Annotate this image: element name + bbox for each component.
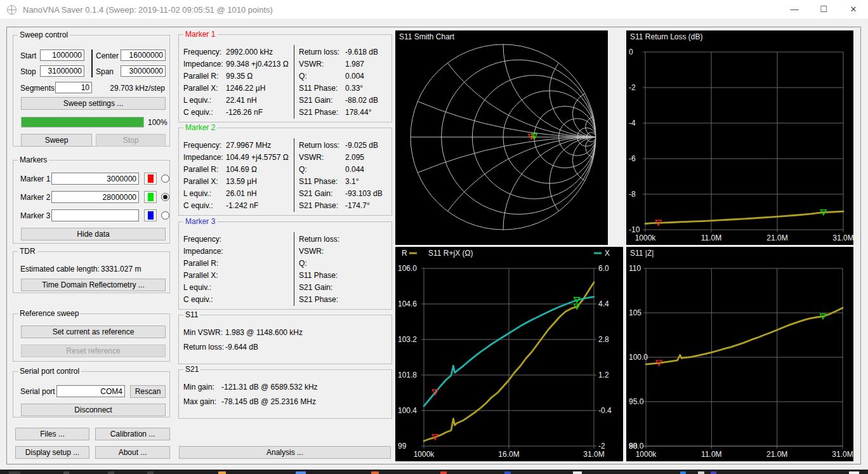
display-setup-button[interactable]: Display setup ... [15,446,89,459]
taskbar-icon[interactable] [9,471,20,474]
calibration-button[interactable]: Calibration ... [95,428,170,440]
marker-1-swatch[interactable] [144,173,157,185]
stop-input[interactable] [40,65,84,77]
taskbar-icon[interactable] [680,471,686,474]
minimize-button[interactable]: — [780,0,809,20]
svg-text:101.8: 101.8 [398,371,417,379]
marker-1-radio[interactable] [161,174,169,183]
taskbar-icon[interactable] [849,471,859,474]
svg-text:S11 Return Loss (dB): S11 Return Loss (dB) [630,32,703,41]
svg-text:21.0M: 21.0M [766,234,787,242]
svg-text:88: 88 [629,442,638,451]
marker-detail-row: Impedance: [183,247,226,257]
rescan-button[interactable]: Rescan [130,385,166,398]
marker-1-detail-title: Marker 1 [183,30,217,39]
serial-port-input[interactable] [56,385,125,397]
svg-text:103.2: 103.2 [398,335,417,344]
span-input[interactable] [121,65,166,77]
taskbar-icon[interactable] [63,471,69,474]
sweep-button[interactable]: Sweep [21,134,92,147]
disconnect-button[interactable]: Disconnect [21,404,166,416]
marker-3-swatch[interactable] [144,209,157,221]
svg-text:-0.4: -0.4 [598,406,612,415]
marker-detail-row: Impedance:104.49 +j4.5757 Ω [183,153,289,163]
taskbar-icon[interactable] [147,471,154,474]
close-button[interactable]: ✕ [839,0,868,20]
marker-2-detail-title: Marker 2 [183,123,217,133]
taskbar-icon[interactable] [698,471,704,474]
s21-summary-title: S21 [183,365,201,374]
app-window: NanoVNA Saver 0.1.4 (Sweep: 2019-11-02 0… [0,0,868,474]
marker-detail-row: VSWR: [299,247,345,257]
serial-title: Serial port control [18,367,81,376]
taskbar-icon[interactable] [440,471,447,474]
z-magnitude-chart[interactable]: S11 |Z|1000k11.0M21.0M31.0M110105100.095… [626,247,853,461]
files-button[interactable]: Files ... [15,428,89,440]
marker-detail-row: Frequency:27.9967 MHz [183,141,271,151]
taskbar-icon[interactable] [371,471,379,474]
taskbar[interactable] [0,470,868,474]
sweep-control-title: Sweep control [18,30,70,40]
marker-detail-row: S21 Phase:178.44° [299,108,372,118]
marker-detail-row: VSWR:2.095 [299,153,364,163]
svg-text:31.0M: 31.0M [583,450,604,459]
marker-1-detail-box: Marker 1 Frequency:2992.000 kHzImpedance… [178,34,392,122]
taskbar-icon[interactable] [573,471,582,474]
marker-3-label: Marker 3 [20,211,50,220]
maximize-button[interactable]: ☐ [809,0,838,20]
marker-detail-row: Parallel R:104.69 Ω [183,165,257,175]
taskbar-icon[interactable] [218,471,226,474]
taskbar-icon[interactable] [296,471,306,474]
marker-3-radio[interactable] [161,211,169,220]
svg-text:11.0M: 11.0M [701,234,721,242]
svg-text:106.0: 106.0 [398,264,417,273]
markers-group: Markers Marker 1 Marker 2 Marker 3 Hide … [13,160,170,244]
tdr-title: TDR [18,247,37,256]
svg-text:100.4: 100.4 [398,406,417,415]
center-input[interactable] [121,49,166,61]
s11-summary-title: S11 [183,310,200,320]
analysis-button[interactable]: Analysis ... [179,446,391,459]
marker-2-radio[interactable] [161,193,169,201]
sweep-settings-button[interactable]: Sweep settings ... [21,97,166,110]
taskbar-icon[interactable] [108,471,114,474]
svg-text:110: 110 [629,264,641,273]
taskbar-icon[interactable] [711,471,716,474]
marker-2-detail-divider [294,138,294,212]
center-label: Center [96,51,119,60]
marker-detail-row: C equiv.:-126.26 nF [183,108,263,118]
svg-text:-2: -2 [629,83,636,92]
marker-3-input[interactable] [51,209,139,221]
svg-text:S11 R+jX (Ω): S11 R+jX (Ω) [428,249,473,258]
taskbar-icon[interactable] [504,471,511,474]
marker-2-input[interactable] [51,191,139,203]
tdr-group: TDR Estimated cable length: 3331.027 m T… [13,251,170,293]
marker-2-swatch[interactable] [144,191,157,203]
marker-detail-row: L equiv.: [183,283,226,293]
cable-length-label: Estimated cable length: [20,265,100,273]
titlebar: NanoVNA Saver 0.1.4 (Sweep: 2019-11-02 0… [0,0,868,20]
marker-detail-row: Q: [299,259,345,269]
return-loss-chart[interactable]: S11 Return Loss (dB)1000k11.0M21.0M31.0M… [626,30,853,245]
reset-reference-button[interactable]: Reset reference [21,345,166,357]
about-button[interactable]: About ... [95,446,170,459]
segments-input[interactable] [55,82,92,93]
tdr-button[interactable]: Time Domain Reflectometry ... [21,279,166,291]
hide-data-button[interactable]: Hide data [21,228,166,240]
marker-detail-row: L equiv.:26.01 nH [183,189,257,199]
svg-text:R: R [402,249,407,258]
start-input[interactable] [40,49,84,61]
marker-detail-row: C equiv.: [183,295,226,305]
marker-2-label: Marker 2 [20,193,50,202]
marker-detail-row: S11 Phase: [299,271,345,281]
svg-text:4.4: 4.4 [598,300,609,308]
smith-chart[interactable]: S11 Smith Chart [395,30,608,245]
svg-text:99: 99 [398,442,407,451]
svg-text:31.0M: 31.0M [832,234,853,242]
marker-1-input[interactable] [51,173,139,185]
stop-button[interactable]: Stop [96,134,166,147]
r-plus-jx-chart[interactable]: RS11 R+jX (Ω)X1000k16.0M31.0M106.0104.61… [395,247,623,461]
marker-detail-row: Q:0.044 [299,165,364,175]
set-reference-button[interactable]: Set current as reference [21,326,166,338]
svg-text:X: X [605,249,610,258]
